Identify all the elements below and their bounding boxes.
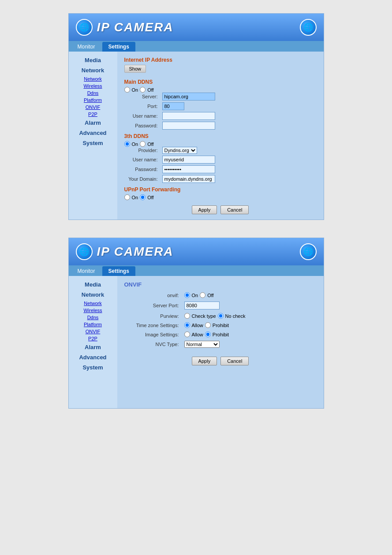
panel1-header: 🌐 IP CAMERA 🌐 xyxy=(69,14,324,41)
panel2-sidebar-link-onvif[interactable]: ONVIF xyxy=(69,328,117,335)
upnp-radio: On Off xyxy=(124,194,317,200)
timezone-label: Time zone Settings: xyxy=(124,323,182,328)
panel2-tab-settings[interactable]: Settings xyxy=(102,266,135,276)
panel1-main: Internet IP Address Show Main DDNS On Of… xyxy=(117,52,324,220)
3rd-ddns-off-radio[interactable] xyxy=(140,141,146,147)
purview-nocheck-radio[interactable] xyxy=(218,313,224,319)
timezone-allow-label: Allow xyxy=(192,323,203,328)
main-ddns-off-radio[interactable] xyxy=(140,87,146,93)
cancel-button[interactable]: Cancel xyxy=(220,205,249,214)
port-input[interactable] xyxy=(162,102,184,110)
username2-input[interactable] xyxy=(162,156,215,164)
timezone-row: Time zone Settings: Allow Prohibit xyxy=(124,322,317,328)
timezone-radio-group: Allow Prohibit xyxy=(184,322,229,328)
tab-settings[interactable]: Settings xyxy=(102,42,135,52)
panel1-title: IP CAMERA xyxy=(97,20,174,34)
globe-icon-right: 🌐 xyxy=(300,19,317,36)
upnp-off-label: Off xyxy=(147,195,153,200)
3rd-ddns-on-label: On xyxy=(132,142,138,147)
domain-input[interactable] xyxy=(162,175,215,183)
tab-monitor[interactable]: Monitor xyxy=(71,42,101,52)
3rd-ddns-header: 3th DDNS xyxy=(124,133,317,139)
sidebar-link-platform[interactable]: Platform xyxy=(69,97,117,104)
show-button[interactable]: Show xyxy=(124,65,146,73)
timezone-prohibit-radio[interactable] xyxy=(205,322,211,328)
globe-icon-left: 🌐 xyxy=(76,19,93,36)
sidebar-network: Network xyxy=(69,65,117,75)
panel2-sidebar-link-p2p[interactable]: P2P xyxy=(69,335,117,342)
sidebar-link-p2p[interactable]: P2P xyxy=(69,111,117,118)
port-row: Port: xyxy=(124,102,317,110)
sidebar-link-ddns[interactable]: Ddns xyxy=(69,89,117,97)
panel2-sidebar-link-ddns[interactable]: Ddns xyxy=(69,314,117,321)
panel2-sidebar-link-platform[interactable]: Platform xyxy=(69,321,117,328)
onvif-on-radio[interactable] xyxy=(184,292,190,298)
timezone-allow-radio[interactable] xyxy=(184,322,190,328)
panel2-sidebar-advanced: Advanced xyxy=(69,352,117,362)
panel2-apply-button[interactable]: Apply xyxy=(192,357,217,365)
main-ddns-off-label: Off xyxy=(147,87,153,93)
main-ddns-on-radio[interactable] xyxy=(124,87,130,93)
nvc-type-select[interactable]: Normal Advanced xyxy=(184,341,220,348)
provider-select[interactable]: Dyndns.org No-IP 3322 xyxy=(162,147,197,154)
panel2-cancel-button[interactable]: Cancel xyxy=(220,357,249,365)
sidebar-link-onvif[interactable]: ONVIF xyxy=(69,104,117,111)
server-label: Server: xyxy=(124,94,160,99)
panel2-sidebar: Media Network Network Wireless Ddns Plat… xyxy=(69,276,117,408)
panel2-globe-icon-left: 🌐 xyxy=(76,243,93,260)
server-port-row: Server Port: xyxy=(124,302,317,309)
panel2-tab-monitor[interactable]: Monitor xyxy=(71,266,101,276)
password2-row: Password: xyxy=(124,165,317,173)
server-input[interactable] xyxy=(162,93,215,101)
image-settings-label: Image Settings: xyxy=(124,332,182,337)
purview-checktype-radio[interactable] xyxy=(184,313,190,319)
password2-input[interactable] xyxy=(162,165,215,173)
panel2-action-buttons: Apply Cancel xyxy=(124,357,317,365)
purview-nocheck-label: No check xyxy=(225,313,246,319)
panel2-body: Media Network Network Wireless Ddns Plat… xyxy=(69,276,324,408)
username-input[interactable] xyxy=(162,112,215,120)
internet-ip-header: Internet IP Address xyxy=(124,57,317,63)
panel2-sidebar-network: Network xyxy=(69,290,117,300)
username-label: User name: xyxy=(124,113,160,119)
password-row: Password: xyxy=(124,122,317,130)
sidebar-link-wireless[interactable]: Wireless xyxy=(69,82,117,89)
domain-row: Your Domain: xyxy=(124,175,317,183)
upnp-on-radio[interactable] xyxy=(124,194,130,200)
panel2-main: ONVIF onvif: On Off Server Port: xyxy=(117,276,324,408)
sidebar-link-network[interactable]: Network xyxy=(69,75,117,82)
3rd-ddns-radio: On Off xyxy=(124,141,317,147)
sidebar-media: Media xyxy=(69,55,117,65)
main-ddns-header: Main DDNS xyxy=(124,79,317,85)
image-allow-radio[interactable] xyxy=(184,332,190,337)
panel2-sidebar-link-wireless[interactable]: Wireless xyxy=(69,307,117,314)
purview-radio-group: Check type No check xyxy=(184,313,246,319)
sidebar-advanced: Advanced xyxy=(69,128,117,138)
server-port-label: Server Port: xyxy=(124,303,182,308)
image-prohibit-radio[interactable] xyxy=(205,332,211,337)
purview-label: Purview: xyxy=(124,313,182,319)
main-ddns-radio: On Off xyxy=(124,87,317,93)
3rd-ddns-on-radio[interactable] xyxy=(124,141,130,147)
image-settings-radio-group: Allow Prohibit xyxy=(184,332,229,337)
onvif-toggle-row: onvif: On Off xyxy=(124,292,317,298)
onvif-section-title: ONVIF xyxy=(124,281,317,288)
password-label: Password: xyxy=(124,123,160,128)
upnp-off-radio[interactable] xyxy=(140,194,146,200)
apply-button[interactable]: Apply xyxy=(192,205,217,214)
panel2-sidebar-system: System xyxy=(69,362,117,372)
username2-label: User name: xyxy=(124,157,160,162)
password2-label: Password: xyxy=(124,167,160,172)
onvif-off-radio[interactable] xyxy=(200,292,205,298)
panel2-globe-icon-right: 🌐 xyxy=(300,243,317,260)
timezone-prohibit-label: Prohibit xyxy=(213,323,229,328)
panel2: 🌐 IP CAMERA 🌐 Monitor Settings Media Net… xyxy=(68,238,324,409)
password-input[interactable] xyxy=(162,122,215,130)
panel2-sidebar-alarm: Alarm xyxy=(69,342,117,352)
purview-row: Purview: Check type No check xyxy=(124,313,317,319)
panel1-body: Media Network Network Wireless Ddns Plat… xyxy=(69,52,324,220)
panel2-nav-tabs: Monitor Settings xyxy=(69,265,324,276)
panel2-sidebar-link-network[interactable]: Network xyxy=(69,300,117,307)
provider-label: Provider: xyxy=(124,148,160,153)
server-port-input[interactable] xyxy=(184,302,220,309)
